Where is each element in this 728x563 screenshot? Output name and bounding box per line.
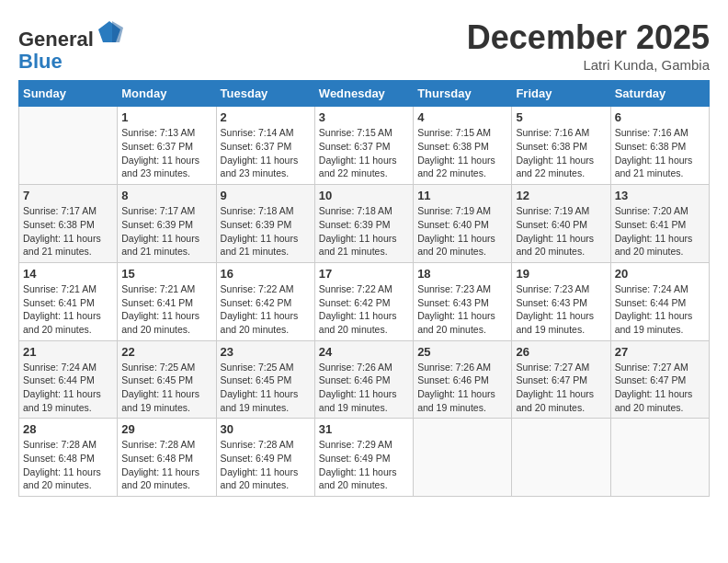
day-cell: 27Sunrise: 7:27 AMSunset: 6:47 PMDayligh… [610,340,709,419]
day-detail: Sunrise: 7:20 AMSunset: 6:41 PMDaylight:… [615,204,705,259]
header-thursday: Thursday [414,81,512,107]
day-number: 28 [23,422,113,436]
day-detail: Sunrise: 7:21 AMSunset: 6:41 PMDaylight:… [23,282,113,337]
day-number: 22 [121,345,211,359]
week-row-5: 28Sunrise: 7:28 AMSunset: 6:48 PMDayligh… [19,419,710,497]
day-number: 5 [516,110,606,124]
day-number: 8 [121,189,211,202]
day-cell: 25Sunrise: 7:26 AMSunset: 6:46 PMDayligh… [414,340,512,419]
day-number: 9 [221,189,311,202]
day-detail: Sunrise: 7:28 AMSunset: 6:49 PMDaylight:… [221,438,311,492]
week-row-3: 14Sunrise: 7:21 AMSunset: 6:41 PMDayligh… [19,262,710,340]
day-detail: Sunrise: 7:26 AMSunset: 6:46 PMDaylight:… [417,361,507,415]
day-detail: Sunrise: 7:23 AMSunset: 6:43 PMDaylight:… [417,282,507,337]
day-cell [610,419,709,497]
day-number: 4 [417,110,507,124]
location: Latri Kunda, Gambia [467,57,710,73]
day-cell: 11Sunrise: 7:19 AMSunset: 6:40 PMDayligh… [414,185,512,263]
day-detail: Sunrise: 7:29 AMSunset: 6:49 PMDaylight:… [319,438,409,492]
logo-general: General [18,28,94,51]
week-row-2: 7Sunrise: 7:17 AMSunset: 6:38 PMDaylight… [19,185,710,263]
day-cell: 1Sunrise: 7:13 AMSunset: 6:37 PMDaylight… [118,107,216,185]
day-detail: Sunrise: 7:24 AMSunset: 6:44 PMDaylight:… [615,282,705,337]
calendar-table: SundayMondayTuesdayWednesdayThursdayFrid… [18,80,710,497]
day-detail: Sunrise: 7:16 AMSunset: 6:38 PMDaylight:… [516,126,606,180]
logo-icon [96,18,123,46]
day-cell: 12Sunrise: 7:19 AMSunset: 6:40 PMDayligh… [512,185,610,263]
day-number: 25 [417,345,507,359]
day-detail: Sunrise: 7:17 AMSunset: 6:39 PMDaylight:… [121,204,211,259]
month-title: December 2025 [467,18,710,57]
calendar-body: 1Sunrise: 7:13 AMSunset: 6:37 PMDaylight… [19,107,710,497]
day-number: 12 [516,189,606,202]
day-cell: 21Sunrise: 7:24 AMSunset: 6:44 PMDayligh… [19,340,118,419]
day-cell: 8Sunrise: 7:17 AMSunset: 6:39 PMDaylight… [118,185,216,263]
day-cell: 30Sunrise: 7:28 AMSunset: 6:49 PMDayligh… [216,419,314,497]
day-number: 29 [121,422,211,436]
day-detail: Sunrise: 7:21 AMSunset: 6:41 PMDaylight:… [121,282,211,337]
day-detail: Sunrise: 7:27 AMSunset: 6:47 PMDaylight:… [615,361,705,415]
header-sunday: Sunday [19,81,118,107]
day-detail: Sunrise: 7:19 AMSunset: 6:40 PMDaylight:… [417,204,507,259]
day-detail: Sunrise: 7:28 AMSunset: 6:48 PMDaylight:… [23,438,113,492]
day-number: 3 [319,110,409,124]
day-number: 30 [221,422,311,436]
day-cell: 22Sunrise: 7:25 AMSunset: 6:45 PMDayligh… [118,340,216,419]
day-number: 2 [221,110,311,124]
day-detail: Sunrise: 7:23 AMSunset: 6:43 PMDaylight:… [516,282,606,337]
day-cell: 15Sunrise: 7:21 AMSunset: 6:41 PMDayligh… [118,262,216,340]
day-cell: 5Sunrise: 7:16 AMSunset: 6:38 PMDaylight… [512,107,610,185]
day-number: 15 [121,267,211,281]
day-number: 21 [23,345,113,359]
day-cell: 7Sunrise: 7:17 AMSunset: 6:38 PMDaylight… [19,185,118,263]
day-cell: 14Sunrise: 7:21 AMSunset: 6:41 PMDayligh… [19,262,118,340]
day-number: 20 [615,267,705,281]
day-detail: Sunrise: 7:24 AMSunset: 6:44 PMDaylight:… [23,361,113,415]
day-detail: Sunrise: 7:28 AMSunset: 6:48 PMDaylight:… [121,438,211,492]
day-cell: 2Sunrise: 7:14 AMSunset: 6:37 PMDaylight… [216,107,314,185]
header-tuesday: Tuesday [216,81,314,107]
day-number: 24 [319,345,409,359]
day-cell: 13Sunrise: 7:20 AMSunset: 6:41 PMDayligh… [610,185,709,263]
header-monday: Monday [118,81,216,107]
day-cell: 16Sunrise: 7:22 AMSunset: 6:42 PMDayligh… [216,262,314,340]
day-cell: 19Sunrise: 7:23 AMSunset: 6:43 PMDayligh… [512,262,610,340]
day-cell: 6Sunrise: 7:16 AMSunset: 6:38 PMDaylight… [610,107,709,185]
page-header: General Blue December 2025 Latri Kunda, … [18,18,710,73]
day-cell: 28Sunrise: 7:28 AMSunset: 6:48 PMDayligh… [19,419,118,497]
day-detail: Sunrise: 7:17 AMSunset: 6:38 PMDaylight:… [23,204,113,259]
week-row-4: 21Sunrise: 7:24 AMSunset: 6:44 PMDayligh… [19,340,710,419]
day-detail: Sunrise: 7:19 AMSunset: 6:40 PMDaylight:… [516,204,606,259]
day-cell: 10Sunrise: 7:18 AMSunset: 6:39 PMDayligh… [314,185,413,263]
day-detail: Sunrise: 7:18 AMSunset: 6:39 PMDaylight:… [319,204,409,259]
svg-marker-1 [112,21,123,42]
calendar-header-row: SundayMondayTuesdayWednesdayThursdayFrid… [19,81,710,107]
day-number: 31 [319,422,409,436]
day-cell [512,419,610,497]
day-cell: 9Sunrise: 7:18 AMSunset: 6:39 PMDaylight… [216,185,314,263]
week-row-1: 1Sunrise: 7:13 AMSunset: 6:37 PMDaylight… [19,107,710,185]
logo-blue: Blue [18,50,63,73]
day-number: 27 [615,345,705,359]
day-cell: 20Sunrise: 7:24 AMSunset: 6:44 PMDayligh… [610,262,709,340]
day-cell: 17Sunrise: 7:22 AMSunset: 6:42 PMDayligh… [314,262,413,340]
day-detail: Sunrise: 7:25 AMSunset: 6:45 PMDaylight:… [121,361,211,415]
day-number: 23 [221,345,311,359]
day-detail: Sunrise: 7:14 AMSunset: 6:37 PMDaylight:… [221,126,311,180]
title-block: December 2025 Latri Kunda, Gambia [467,18,710,73]
day-detail: Sunrise: 7:25 AMSunset: 6:45 PMDaylight:… [221,361,311,415]
day-cell: 26Sunrise: 7:27 AMSunset: 6:47 PMDayligh… [512,340,610,419]
day-number: 13 [615,189,705,202]
header-saturday: Saturday [610,81,709,107]
day-number: 7 [23,189,113,202]
day-number: 1 [121,110,211,124]
day-cell [19,107,118,185]
day-detail: Sunrise: 7:26 AMSunset: 6:46 PMDaylight:… [319,361,409,415]
day-number: 11 [417,189,507,202]
logo: General Blue [18,18,123,73]
day-cell: 3Sunrise: 7:15 AMSunset: 6:37 PMDaylight… [314,107,413,185]
day-number: 19 [516,267,606,281]
day-cell: 24Sunrise: 7:26 AMSunset: 6:46 PMDayligh… [314,340,413,419]
day-number: 26 [516,345,606,359]
header-friday: Friday [512,81,610,107]
